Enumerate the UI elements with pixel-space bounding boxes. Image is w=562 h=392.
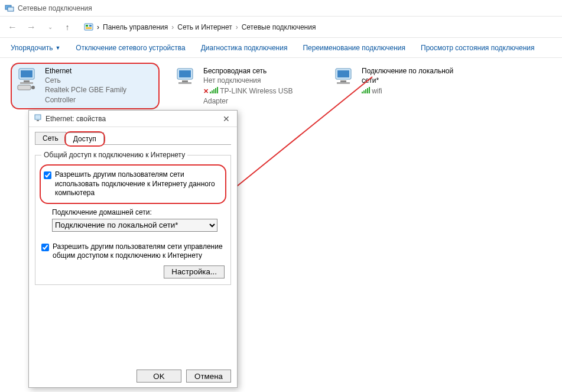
breadcrumb-sep: › [97, 23, 99, 31]
home-net-label: Подключение домашней сети: [52, 208, 225, 216]
connection-device: ✕ TP-LINK Wireless USB Adapter [203, 85, 313, 105]
status-link[interactable]: Просмотр состояния подключения [421, 44, 534, 52]
sharing-group: Общий доступ к подключению к Интернету Р… [35, 151, 231, 285]
allow-control-label: Разрешить другим пользователям сети упра… [53, 242, 225, 261]
svg-rect-19 [337, 82, 350, 84]
close-button[interactable]: ✕ [220, 114, 232, 124]
window-title: Сетевые подключения [18, 4, 92, 12]
breadcrumb-leaf[interactable]: Сетевые подключения [242, 23, 316, 31]
control-panel-icon [84, 22, 93, 32]
connection-ethernet[interactable]: Ethernet Сеть Realtek PCIe GBE Family Co… [12, 64, 158, 108]
dialog-title: Ethernet: свойства [46, 115, 106, 123]
connection-status: wifi [362, 85, 472, 96]
connection-status: Сеть [45, 76, 155, 85]
cancel-button[interactable]: Отмена [186, 370, 231, 383]
diagnose-link[interactable]: Диагностика подключения [201, 44, 288, 52]
app-icon [5, 4, 14, 13]
connection-local[interactable]: Подключение по локальной сети* wifi [329, 64, 475, 108]
svg-rect-17 [337, 70, 349, 77]
home-net-select[interactable]: Подключение по локальной сети* [52, 219, 217, 232]
svg-rect-7 [21, 70, 33, 77]
ok-button[interactable]: OK [137, 370, 181, 383]
svg-rect-4 [89, 25, 92, 27]
svg-rect-2 [85, 24, 93, 30]
dialog-icon [34, 114, 42, 124]
ethernet-icon [15, 66, 41, 91]
connection-title: Беспроводная сеть [203, 66, 313, 76]
allow-control-checkbox[interactable] [41, 244, 49, 251]
svg-rect-14 [182, 80, 188, 82]
local-net-icon [332, 66, 358, 91]
svg-rect-9 [20, 82, 33, 84]
wireless-icon [174, 66, 200, 91]
connection-wireless[interactable]: Беспроводная сеть Нет подключения ✕ TP-L… [170, 64, 317, 108]
up-button[interactable]: ↑ [61, 21, 73, 33]
breadcrumb-sep-icon: › [236, 23, 238, 31]
svg-rect-15 [178, 82, 191, 84]
svg-rect-21 [35, 115, 41, 119]
svg-rect-1 [8, 7, 14, 11]
tab-network[interactable]: Сеть [35, 132, 66, 144]
back-button[interactable]: ← [5, 20, 20, 35]
allow-share-checkbox[interactable] [44, 171, 51, 179]
organize-menu[interactable]: Упорядочить▼ [11, 44, 60, 52]
svg-rect-3 [86, 25, 88, 27]
rename-link[interactable]: Переименование подключения [303, 44, 405, 52]
connection-device: Realtek PCIe GBE Family Controller [45, 85, 155, 104]
breadcrumb[interactable]: Панель управления › Сеть и Интернет › Се… [103, 23, 316, 31]
connection-title: Подключение по локальной сети* [362, 66, 472, 85]
forward-button[interactable]: → [24, 20, 39, 35]
svg-rect-18 [340, 80, 346, 82]
svg-rect-13 [179, 70, 191, 77]
tab-sharing[interactable]: Доступ [66, 132, 104, 145]
breadcrumb-sep-icon: › [171, 23, 174, 31]
breadcrumb-root[interactable]: Панель управления [103, 23, 168, 31]
signal-icon [210, 86, 218, 93]
disconnected-icon: ✕ [203, 88, 209, 95]
svg-rect-8 [24, 80, 30, 82]
allow-share-label: Разрешить другим пользователям сети испо… [55, 170, 222, 198]
svg-rect-5 [86, 27, 92, 29]
group-title: Общий доступ к подключению к Интернету [41, 151, 187, 159]
svg-rect-22 [37, 120, 39, 121]
svg-rect-10 [18, 85, 31, 90]
signal-icon [362, 86, 370, 93]
breadcrumb-mid[interactable]: Сеть и Интернет [177, 23, 232, 31]
connection-status: Нет подключения [203, 76, 313, 85]
settings-button[interactable]: Настройка... [164, 265, 225, 278]
disable-device-link[interactable]: Отключение сетевого устройства [76, 44, 185, 52]
svg-rect-6 [19, 69, 34, 79]
connection-title: Ethernet [45, 66, 155, 76]
recent-dropdown[interactable]: ⌄ [43, 20, 58, 35]
properties-dialog: Ethernet: свойства ✕ Сеть Доступ Общий д… [28, 110, 238, 388]
svg-point-11 [31, 86, 35, 89]
